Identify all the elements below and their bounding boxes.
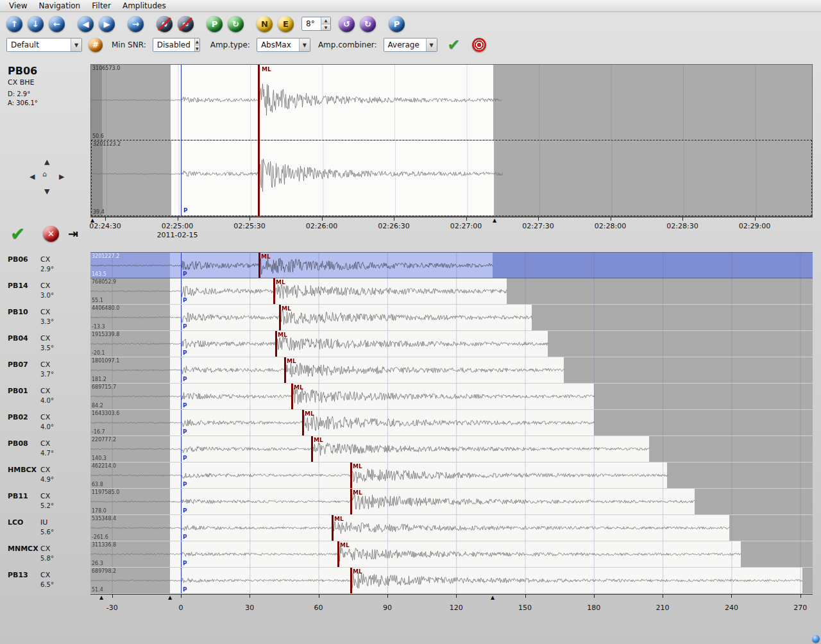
waveform-canvas[interactable]: [90, 410, 813, 436]
zoom-trace-1[interactable]: 3106573.0 50.6: [91, 65, 812, 140]
trace-row-pb06[interactable]: PML3201227.2143.5: [90, 252, 813, 278]
waveform-canvas[interactable]: [90, 253, 813, 278]
trace-row-pb11[interactable]: PML1197585.0178.0: [90, 489, 813, 515]
trace-label-pb06[interactable]: PB06CX2.9°: [0, 252, 90, 278]
ml-amplitude-marker[interactable]: [258, 253, 260, 278]
chevron-down-icon[interactable]: ▼: [426, 38, 437, 51]
waveform-canvas[interactable]: [91, 65, 812, 140]
trace-label-pb14[interactable]: PB14CX3.0°: [0, 278, 90, 305]
ml-amplitude-marker[interactable]: [350, 462, 352, 488]
skip-station-button[interactable]: ⇥: [68, 227, 85, 241]
reject-button[interactable]: ✕: [43, 226, 59, 242]
ml-amplitude-marker[interactable]: [291, 384, 293, 409]
trace-label-pb04[interactable]: PB04CX3.5°: [0, 331, 90, 357]
trace-label-pb13[interactable]: PB13CX6.5°: [0, 568, 90, 594]
trace-label-pb10[interactable]: PB10CX3.3°: [0, 305, 90, 331]
recalc-amplitudes-button[interactable]: P: [389, 16, 405, 32]
p-pick-marker[interactable]: [181, 65, 182, 216]
spin-up-icon[interactable]: ▲: [195, 38, 199, 46]
prev-marker-button[interactable]: ◀: [78, 16, 94, 32]
spin-down-icon[interactable]: ▼: [321, 24, 330, 31]
ml-amplitude-marker[interactable]: [311, 436, 313, 462]
trace-row-pb14[interactable]: PML768052.955.1: [90, 278, 813, 305]
waveform-canvas[interactable]: [90, 331, 813, 357]
filter-alt-off-button[interactable]: ≈: [178, 16, 194, 32]
waveform-canvas[interactable]: [90, 305, 813, 330]
p-pick-marker[interactable]: [181, 568, 182, 593]
waveform-canvas[interactable]: [90, 278, 813, 304]
trace-label-pb07[interactable]: PB07CX3.7°: [0, 357, 90, 384]
menu-amplitudes[interactable]: Amplitudes: [117, 1, 171, 11]
trace-row-pb01[interactable]: PML689715.784.2: [90, 384, 813, 410]
nav-right-icon[interactable]: ▶: [59, 174, 64, 180]
p-pick-marker[interactable]: [181, 331, 182, 357]
amp-type-select[interactable]: AbsMax ▼: [257, 38, 310, 52]
ml-amplitude-marker[interactable]: [332, 515, 334, 541]
waveform-canvas[interactable]: [90, 515, 813, 541]
trace-row-pb08[interactable]: PML220777.2140.3: [90, 436, 813, 462]
trace-row-hmbcx[interactable]: PML462214.063.8: [90, 462, 813, 489]
p-pick-marker[interactable]: [181, 462, 182, 488]
trace-row-lco[interactable]: PML535348.4-261.6: [90, 515, 813, 541]
component-north-button[interactable]: N: [257, 16, 273, 32]
ml-amplitude-marker[interactable]: [302, 410, 304, 436]
ml-amplitude-marker[interactable]: [273, 278, 275, 304]
waveform-canvas[interactable]: [90, 436, 813, 462]
trace-row-mnmcx[interactable]: PML311336.826.3: [90, 541, 813, 568]
window-boundary-marker[interactable]: ▲: [90, 218, 94, 223]
menu-filter[interactable]: Filter: [87, 1, 116, 11]
waveform-canvas[interactable]: [90, 462, 813, 488]
p-pick-marker[interactable]: [181, 253, 182, 278]
nav-home-icon[interactable]: ⌂: [42, 171, 47, 178]
waveform-canvas[interactable]: [90, 357, 813, 383]
p-pick-marker[interactable]: [181, 305, 182, 330]
ml-amplitude-marker[interactable]: [279, 305, 281, 330]
window-boundary-marker[interactable]: ▲: [493, 218, 496, 223]
p-pick-marker[interactable]: [181, 436, 182, 462]
scroll-down-button[interactable]: ↓: [28, 16, 44, 32]
trace-label-hmbcx[interactable]: HMBCXCX4.9°: [0, 462, 90, 489]
waveform-canvas[interactable]: [90, 384, 813, 409]
rotate-cw-button[interactable]: ↻: [360, 16, 376, 32]
nav-left-icon[interactable]: ◀: [30, 174, 35, 180]
ml-amplitude-marker[interactable]: [337, 541, 339, 567]
waveform-canvas[interactable]: [90, 489, 813, 514]
rotation-spinbox[interactable]: 8° ▲▼: [301, 17, 331, 31]
compute-magnitudes-button[interactable]: [472, 38, 486, 52]
ml-amplitude-marker[interactable]: [258, 65, 260, 216]
trace-row-pb02[interactable]: PML1643303.6-16.7: [90, 410, 813, 436]
waveform-canvas[interactable]: [90, 541, 813, 567]
chevron-down-icon[interactable]: ▼: [71, 38, 81, 51]
scroll-up-button[interactable]: ↑: [6, 16, 22, 32]
component-east-button[interactable]: E: [278, 16, 294, 32]
ml-amplitude-marker[interactable]: [284, 357, 286, 383]
ml-amplitude-marker[interactable]: [350, 568, 352, 593]
zoom-trace-panel[interactable]: 3106573.0 50.6 3201123.2 39.4 ML P: [90, 64, 813, 217]
trace-label-pb11[interactable]: PB11CX5.2°: [0, 489, 90, 515]
menu-navigation[interactable]: Navigation: [33, 1, 85, 11]
spin-down-icon[interactable]: ▼: [195, 46, 199, 52]
profile-select[interactable]: Default ▼: [6, 38, 82, 52]
next-marker-button[interactable]: ▶: [99, 16, 115, 32]
window-boundary-marker[interactable]: ▲: [491, 595, 495, 600]
hash-button[interactable]: #: [89, 38, 103, 52]
waveform-canvas[interactable]: [92, 140, 812, 216]
min-snr-spin-arrows[interactable]: ▲▼: [194, 38, 199, 51]
p-pick-marker[interactable]: [181, 278, 182, 304]
reload-picks-button[interactable]: ↻: [228, 16, 244, 32]
p-pick-marker[interactable]: [181, 357, 182, 383]
rotation-spin-arrows[interactable]: ▲▼: [321, 17, 330, 30]
waveform-canvas[interactable]: [90, 568, 813, 593]
apply-amplitudes-button[interactable]: ✔: [448, 38, 461, 52]
window-boundary-marker[interactable]: ▲: [168, 595, 172, 600]
trace-label-pb02[interactable]: PB02CX4.0°: [0, 410, 90, 436]
trace-label-mnmcx[interactable]: MNMCXCX5.8°: [0, 541, 90, 568]
trace-row-pb04[interactable]: PML1915339.8-20.1: [90, 331, 813, 357]
nav-down-icon[interactable]: ▼: [44, 189, 49, 195]
trace-row-pb07[interactable]: PML1801097.1181.2: [90, 357, 813, 384]
size-grip-icon[interactable]: [812, 635, 820, 643]
spin-up-icon[interactable]: ▲: [321, 17, 330, 24]
chevron-down-icon[interactable]: ▼: [299, 38, 310, 51]
p-pick-marker[interactable]: [181, 541, 182, 567]
rotate-ccw-button[interactable]: ↺: [339, 16, 355, 32]
